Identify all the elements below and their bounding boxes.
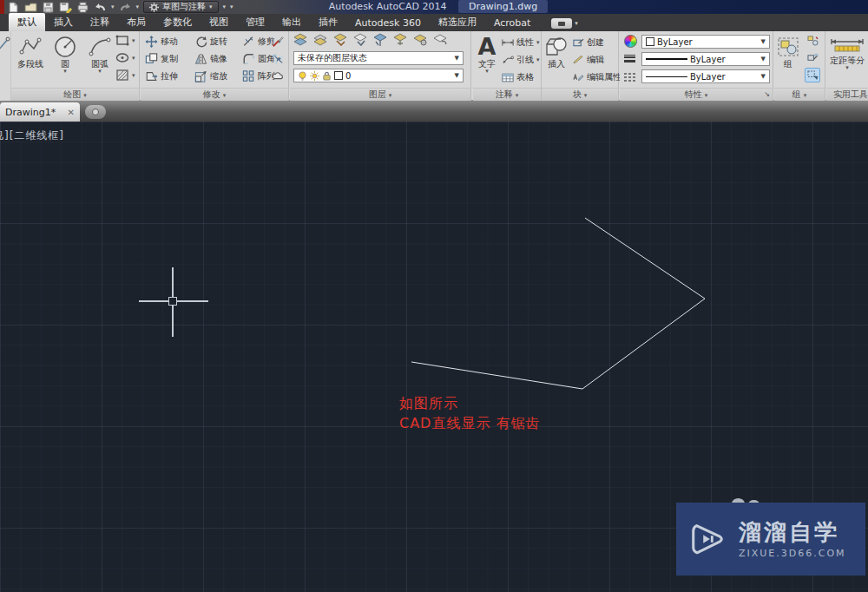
layer-isolate-icon[interactable] bbox=[333, 33, 348, 46]
file-tab-drawing1[interactable]: Drawing1* ✕ bbox=[0, 102, 80, 122]
rotate-button[interactable]: 旋转 bbox=[194, 36, 227, 48]
quadrilateral-polyline[interactable] bbox=[411, 218, 705, 389]
tab-featured-apps[interactable]: 精选应用 bbox=[430, 13, 485, 31]
media-button[interactable] bbox=[551, 18, 572, 29]
tab-autodesk360[interactable]: Autodesk 360 bbox=[346, 15, 430, 31]
panel-title-block[interactable]: 块 ▾ bbox=[542, 88, 618, 101]
text-button[interactable]: A 文字 ▾ bbox=[473, 33, 501, 74]
leader-caret-icon[interactable]: ▾ bbox=[536, 56, 540, 63]
create-block-button[interactable]: 创建 bbox=[573, 36, 604, 49]
layer-properties-icon[interactable] bbox=[293, 33, 308, 46]
panel-block: 插入 创建 编辑 编辑属性 ▾ 块 ▾ bbox=[542, 31, 619, 101]
rectangle-caret-icon[interactable]: ▾ bbox=[132, 37, 135, 44]
layer-match-icon[interactable] bbox=[433, 33, 448, 46]
drawing-canvas[interactable]: 视][二维线框] 如图所示 CAD直线显示 有锯齿 溜溜自学 zixue.3d6… bbox=[0, 122, 868, 592]
circle-caret-icon[interactable]: ▾ bbox=[48, 69, 82, 74]
copy-button[interactable]: 复制 bbox=[145, 53, 178, 65]
layer-lock-icon[interactable] bbox=[393, 33, 408, 46]
color-wheel-button[interactable] bbox=[622, 34, 638, 49]
hatch-caret-icon[interactable]: ▾ bbox=[132, 72, 135, 79]
ellipse-caret-icon[interactable]: ▾ bbox=[132, 55, 135, 62]
layer-state-dropdown[interactable]: 未保存的图层状态 ▼ bbox=[293, 51, 464, 65]
group-selection-toggle[interactable] bbox=[805, 68, 820, 82]
arc-button[interactable]: 圆弧 ▾ bbox=[82, 35, 117, 74]
edit-attrs-label: 编辑属性 bbox=[587, 71, 621, 83]
text-A-icon: A bbox=[473, 33, 501, 59]
linear-dim-button[interactable]: 线性 ▾ bbox=[502, 36, 540, 49]
panel-title-group[interactable]: 组 ▾ bbox=[774, 88, 825, 101]
tab-insert[interactable]: 插入 bbox=[45, 13, 82, 31]
revision-cloud-button[interactable] bbox=[270, 69, 286, 83]
close-icon[interactable]: ✕ bbox=[68, 108, 75, 117]
measure-button[interactable]: 定距等分 ▾ bbox=[828, 35, 866, 70]
panel-title-draw[interactable]: 绘图 ▾ bbox=[11, 88, 139, 101]
tab-acrobat[interactable]: Acrobat bbox=[485, 15, 539, 31]
polyline-button[interactable]: 多段线 bbox=[13, 35, 48, 69]
rectangle-button[interactable]: ▾ bbox=[115, 35, 135, 46]
annotation-line1: 如图所示 bbox=[399, 395, 458, 413]
tab-parametric[interactable]: 参数化 bbox=[155, 13, 201, 31]
layer-settings-icon[interactable] bbox=[413, 33, 428, 46]
panel-title-properties[interactable]: 特性 ▾↘ bbox=[620, 88, 773, 101]
group-button[interactable]: 组 bbox=[774, 35, 802, 69]
panel-title-utilities[interactable]: 实用工具 bbox=[826, 88, 868, 101]
layer-dropdown[interactable]: 0 ▼ bbox=[293, 69, 464, 82]
object-color-dropdown[interactable]: ByLayer ▼ bbox=[641, 35, 770, 49]
ungroup-button[interactable] bbox=[805, 33, 820, 48]
panel-title-annotation[interactable]: 注释 ▾ bbox=[473, 88, 541, 101]
new-tab-button[interactable] bbox=[85, 105, 106, 119]
panel-title-modify[interactable]: 修改 ▾ bbox=[141, 88, 288, 101]
match-properties-button[interactable] bbox=[270, 34, 286, 49]
layer-unisolate-icon[interactable] bbox=[353, 33, 368, 46]
copy-label: 复制 bbox=[161, 53, 178, 65]
group-edit-button[interactable] bbox=[805, 50, 820, 65]
table-button[interactable]: 表格 bbox=[502, 71, 534, 83]
panel-layers-caret-icon: ▾ bbox=[389, 92, 392, 99]
bulb-icon[interactable] bbox=[298, 71, 307, 81]
measure-caret-icon[interactable]: ▾ bbox=[828, 65, 866, 70]
ungroup-icon bbox=[807, 36, 819, 46]
mirror-button[interactable]: 镜像 bbox=[194, 53, 227, 65]
move-icon bbox=[145, 36, 158, 48]
tab-output[interactable]: 输出 bbox=[273, 13, 310, 31]
linetype-dropdown[interactable]: ByLayer ▼ bbox=[641, 69, 770, 83]
scale-button[interactable]: 缩放 bbox=[194, 70, 227, 82]
explode-icon bbox=[272, 53, 284, 65]
linear-caret-icon[interactable]: ▾ bbox=[536, 39, 540, 46]
ellipse-button[interactable]: ▾ bbox=[115, 52, 135, 63]
insert-block-button[interactable]: 插入 bbox=[542, 35, 571, 69]
layer-color-swatch-icon[interactable] bbox=[334, 71, 343, 80]
lock-icon[interactable] bbox=[322, 71, 332, 81]
leader-button[interactable]: 引线 ▾ bbox=[502, 54, 540, 66]
explode-button[interactable] bbox=[270, 51, 286, 66]
tab-annotate[interactable]: 注释 bbox=[82, 13, 118, 31]
tab-home[interactable]: 默认 bbox=[9, 13, 45, 31]
lineweight-icon bbox=[624, 55, 635, 56]
linetype-caret-icon: ▼ bbox=[761, 73, 766, 80]
object-color-value: ByLayer bbox=[657, 37, 693, 47]
tab-plugins[interactable]: 插件 bbox=[310, 13, 346, 31]
circle-button[interactable]: 圆 ▾ bbox=[48, 35, 82, 74]
layer-off-icon[interactable] bbox=[313, 33, 328, 46]
linetype-button[interactable] bbox=[622, 69, 638, 84]
hatch-button[interactable]: ▾ bbox=[115, 69, 135, 81]
stretch-button[interactable]: 拉伸 bbox=[145, 70, 178, 82]
lineweight-button[interactable] bbox=[622, 51, 638, 66]
dialog-launcher-icon[interactable]: ↘ bbox=[764, 89, 770, 100]
tab-layout[interactable]: 布局 bbox=[118, 13, 155, 31]
move-button[interactable]: 移动 bbox=[145, 36, 178, 48]
panel-title-layers[interactable]: 图层 ▾ bbox=[290, 88, 470, 101]
text-caret-icon[interactable]: ▾ bbox=[473, 69, 501, 74]
edit-block-button[interactable]: 编辑 bbox=[573, 54, 604, 66]
media-caret-icon[interactable]: ▾ bbox=[575, 20, 578, 27]
stretch-icon bbox=[145, 70, 158, 82]
group-icon bbox=[777, 36, 799, 57]
sun-icon[interactable] bbox=[310, 71, 319, 81]
layer-freeze-icon[interactable] bbox=[373, 33, 388, 46]
lineweight-dropdown[interactable]: ByLayer ▼ bbox=[641, 52, 770, 66]
linear-label: 线性 bbox=[516, 36, 534, 49]
layer-state-caret-icon: ▼ bbox=[455, 55, 459, 62]
arc-caret-icon[interactable]: ▾ bbox=[82, 69, 117, 74]
tab-manage[interactable]: 管理 bbox=[237, 13, 273, 31]
tab-view[interactable]: 视图 bbox=[201, 13, 237, 31]
